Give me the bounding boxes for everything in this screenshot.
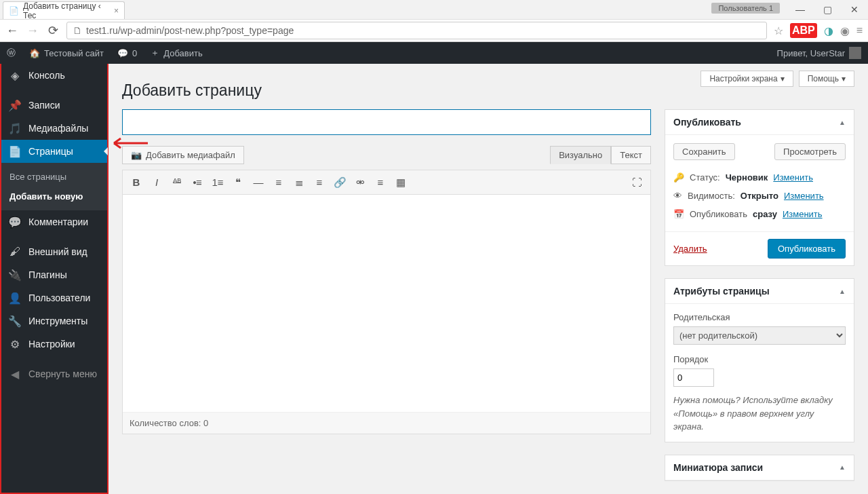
sidebar-item-settings[interactable]: ⚙Настройки bbox=[1, 332, 107, 356]
chevron-up-icon: ▲ bbox=[839, 463, 846, 471]
chevron-up-icon: ▲ bbox=[839, 288, 846, 295]
fullscreen-button[interactable]: ⛶ bbox=[627, 173, 646, 192]
editor: B I ᴬᴮ ⦁≡ 1≡ ❝ — ≡ ≣ ≡ 🔗 ⚮ ≡ ▦ bbox=[122, 170, 651, 434]
sidebar-item-plugins[interactable]: 🔌Плагины bbox=[1, 263, 107, 286]
media-icon: 📷 bbox=[131, 150, 142, 160]
page-icon: 📄 bbox=[8, 145, 22, 158]
order-input[interactable] bbox=[673, 368, 714, 387]
edit-schedule-link[interactable]: Изменить bbox=[783, 209, 823, 219]
thumbnail-box: Миниатюра записи▲ bbox=[665, 455, 854, 481]
minimize-button[interactable]: — bbox=[787, 0, 814, 19]
align-center-button[interactable]: ≣ bbox=[290, 173, 309, 192]
url-input[interactable]: 🗋 test1.ru/wp-admin/post-new.php?post_ty… bbox=[66, 22, 767, 39]
attributes-help-text: Нужна помощь? Используйте вкладку «Помощ… bbox=[673, 394, 846, 434]
editor-tab-visual[interactable]: Визуально bbox=[550, 146, 611, 164]
word-count: Количество слов: 0 bbox=[123, 412, 650, 434]
sidebar-item-posts[interactable]: 📌Записи bbox=[1, 94, 107, 117]
window-controls: — ▢ ✕ bbox=[787, 0, 868, 19]
admin-sidebar: ◈Консоль 📌Записи 🎵Медиафайлы 📄Страницы В… bbox=[0, 64, 108, 494]
extension-icon[interactable]: ◑ bbox=[824, 24, 833, 37]
brush-icon: 🖌 bbox=[8, 246, 22, 258]
wp-admin-toolbar: ⓦ 🏠Тестовый сайт 💬0 ＋Добавить Привет, Us… bbox=[0, 42, 868, 64]
content-area: Настройки экрана▾ Помощь▾ Добавить стран… bbox=[108, 64, 868, 494]
add-new-link[interactable]: ＋Добавить bbox=[144, 42, 209, 64]
collapse-icon: ◀ bbox=[8, 368, 22, 381]
add-media-button[interactable]: 📷Добавить медиафайл bbox=[122, 146, 244, 164]
chevron-down-icon: ▾ bbox=[781, 74, 785, 83]
attributes-box-header[interactable]: Атрибуты страницы▲ bbox=[665, 279, 854, 304]
bullet-list-button[interactable]: ⦁≡ bbox=[188, 173, 207, 192]
sidebar-item-media[interactable]: 🎵Медиафайлы bbox=[1, 117, 107, 140]
quote-button[interactable]: ❝ bbox=[229, 173, 248, 192]
edit-status-link[interactable]: Изменить bbox=[773, 172, 813, 183]
preview-button[interactable]: Просмотреть bbox=[774, 143, 846, 160]
parent-select[interactable]: (нет родительской) bbox=[673, 326, 846, 345]
star-icon[interactable]: ☆ bbox=[774, 24, 783, 37]
hr-button[interactable]: — bbox=[249, 173, 268, 192]
submenu-all-pages[interactable]: Все страницы bbox=[1, 167, 107, 187]
comment-icon: 💬 bbox=[117, 48, 128, 58]
dashboard-icon: ◈ bbox=[8, 69, 22, 82]
wordpress-icon: ⓦ bbox=[7, 47, 16, 59]
editor-textarea[interactable] bbox=[123, 195, 650, 412]
editor-toolbar: B I ᴬᴮ ⦁≡ 1≡ ❝ — ≡ ≣ ≡ 🔗 ⚮ ≡ ▦ bbox=[123, 170, 650, 195]
edit-visibility-link[interactable]: Изменить bbox=[784, 191, 824, 201]
sidebar-item-appearance[interactable]: 🖌Внешний вид bbox=[1, 240, 107, 263]
toolbar-toggle-button[interactable]: ▦ bbox=[391, 173, 410, 192]
sidebar-item-comments[interactable]: 💬Комментарии bbox=[1, 210, 107, 233]
submenu-add-new[interactable]: Добавить новую bbox=[1, 187, 107, 206]
forward-icon[interactable]: → bbox=[26, 24, 39, 38]
status-row: 🔑Статус:ЧерновикИзменить bbox=[673, 168, 846, 187]
comments-link[interactable]: 💬0 bbox=[111, 42, 144, 64]
sidebar-collapse[interactable]: ◀Свернуть меню bbox=[1, 362, 107, 385]
site-name-link[interactable]: 🏠Тестовый сайт bbox=[22, 42, 111, 64]
adblock-icon[interactable]: ABP bbox=[790, 23, 817, 38]
back-icon[interactable]: ← bbox=[5, 24, 19, 38]
order-label: Порядок bbox=[673, 354, 846, 364]
sidebar-item-pages[interactable]: 📄Страницы bbox=[1, 140, 107, 163]
screen-options-tab[interactable]: Настройки экрана▾ bbox=[701, 71, 793, 87]
bold-button[interactable]: B bbox=[127, 173, 146, 192]
publish-box-header[interactable]: Опубликовать▲ bbox=[665, 110, 854, 135]
gear-icon: ⚙ bbox=[8, 338, 22, 351]
publish-button[interactable]: Опубликовать bbox=[768, 239, 846, 259]
more-button[interactable]: ≡ bbox=[371, 173, 390, 192]
help-tab[interactable]: Помощь▾ bbox=[799, 71, 854, 87]
wp-logo[interactable]: ⓦ bbox=[0, 42, 22, 64]
media-icon: 🎵 bbox=[8, 122, 22, 135]
strike-button[interactable]: ᴬᴮ bbox=[167, 173, 186, 192]
italic-button[interactable]: I bbox=[147, 173, 166, 192]
delete-link[interactable]: Удалить bbox=[673, 244, 707, 254]
numbered-list-button[interactable]: 1≡ bbox=[208, 173, 227, 192]
thumbnail-box-header[interactable]: Миниатюра записи▲ bbox=[665, 455, 854, 480]
sidebar-item-tools[interactable]: 🔧Инструменты bbox=[1, 309, 107, 332]
pin-icon: 📌 bbox=[8, 99, 22, 112]
home-icon: 🏠 bbox=[29, 48, 40, 58]
link-button[interactable]: 🔗 bbox=[330, 173, 349, 192]
plugin-icon: 🔌 bbox=[8, 269, 22, 282]
url-text: test1.ru/wp-admin/post-new.php?post_type… bbox=[86, 25, 294, 36]
tab-title: Добавить страницу ‹ Тес bbox=[23, 1, 107, 20]
chevron-up-icon: ▲ bbox=[839, 119, 846, 126]
extension-icon-2[interactable]: ◉ bbox=[840, 24, 850, 37]
post-title-input[interactable] bbox=[122, 109, 651, 135]
calendar-icon: 📅 bbox=[673, 209, 684, 219]
unlink-button[interactable]: ⚮ bbox=[351, 173, 370, 192]
reload-icon[interactable]: ⟳ bbox=[46, 23, 60, 38]
close-window-button[interactable]: ✕ bbox=[841, 0, 868, 19]
align-left-button[interactable]: ≡ bbox=[269, 173, 288, 192]
sidebar-item-users[interactable]: 👤Пользователи bbox=[1, 286, 107, 309]
align-right-button[interactable]: ≡ bbox=[310, 173, 329, 192]
parent-label: Родительская bbox=[673, 312, 846, 322]
save-draft-button[interactable]: Сохранить bbox=[673, 143, 735, 160]
close-icon[interactable]: × bbox=[114, 6, 119, 16]
browser-tab[interactable]: 📄 Добавить страницу ‹ Тес × bbox=[3, 1, 125, 19]
browser-tab-bar: 📄 Добавить страницу ‹ Тес × Пользователь… bbox=[0, 0, 868, 19]
editor-tab-text[interactable]: Текст bbox=[611, 146, 651, 164]
comment-icon: 💬 bbox=[8, 216, 22, 229]
user-greeting[interactable]: Привет, UserStar bbox=[770, 42, 868, 64]
user-profile-badge[interactable]: Пользователь 1 bbox=[711, 3, 780, 14]
maximize-button[interactable]: ▢ bbox=[814, 0, 841, 19]
menu-icon[interactable]: ≡ bbox=[856, 24, 863, 37]
sidebar-item-console[interactable]: ◈Консоль bbox=[1, 64, 107, 87]
